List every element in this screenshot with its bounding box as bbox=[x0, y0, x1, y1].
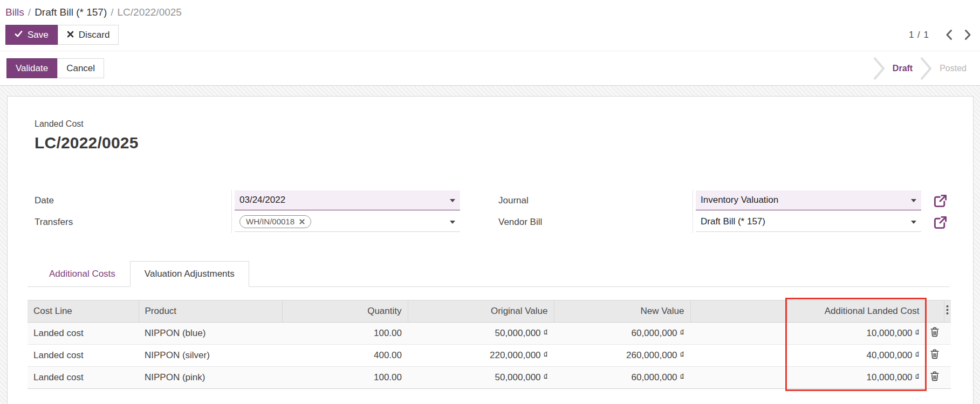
caret-down-icon bbox=[911, 221, 916, 224]
caret-down-icon bbox=[450, 199, 455, 202]
header-trash-spacer bbox=[926, 300, 944, 323]
cell-delete bbox=[926, 345, 944, 367]
discard-button-label: Discard bbox=[79, 30, 110, 40]
times-icon bbox=[67, 30, 74, 40]
date-value: 03/24/2022 bbox=[239, 195, 285, 206]
page-title: LC/2022/0025 bbox=[35, 134, 950, 152]
cell-additional-landed-cost[interactable]: 10,000,000 ₫ bbox=[787, 323, 926, 345]
form-sheet: Landed Cost LC/2022/0025 Date 03/24/2022… bbox=[7, 96, 974, 404]
header-empty bbox=[690, 300, 787, 323]
cell-product[interactable]: NIPPON (silver) bbox=[139, 345, 282, 367]
cell-cost-line[interactable]: Landed cost bbox=[28, 345, 139, 367]
cell-product[interactable]: NIPPON (pink) bbox=[139, 367, 282, 389]
check-icon bbox=[15, 30, 23, 40]
validate-button[interactable]: Validate bbox=[6, 58, 57, 78]
journal-field-cell: Inventory Valuation bbox=[693, 190, 921, 211]
breadcrumb-bills[interactable]: Bills bbox=[5, 6, 24, 18]
pager-counter: 1 / 1 bbox=[909, 30, 929, 40]
cell-cost-line[interactable]: Landed cost bbox=[28, 367, 139, 389]
optional-columns-toggle-button[interactable] bbox=[946, 305, 949, 315]
cell-quantity[interactable]: 400.00 bbox=[282, 345, 408, 367]
discard-button[interactable]: Discard bbox=[58, 25, 119, 45]
table-header-row: Cost Line Product Quantity Original Valu… bbox=[28, 300, 951, 323]
pager-previous-button[interactable] bbox=[945, 29, 952, 40]
cancel-button[interactable]: Cancel bbox=[57, 58, 104, 78]
transfer-tag-label: WH/IN/00018 bbox=[246, 217, 294, 226]
transfers-field-label: Transfers bbox=[28, 211, 231, 233]
external-link-icon bbox=[933, 202, 948, 210]
fields-area: Date 03/24/2022 Journal Inventory Valuat… bbox=[28, 190, 950, 233]
tab-valuation-adjustments[interactable]: Valuation Adjustments bbox=[130, 261, 249, 287]
statusbar-state-draft[interactable]: Draft bbox=[886, 64, 920, 73]
pager: 1 / 1 bbox=[909, 29, 974, 40]
cell-product[interactable]: NIPPON (blue) bbox=[139, 323, 282, 345]
save-button-label: Save bbox=[28, 30, 49, 40]
cell-quantity[interactable]: 100.00 bbox=[282, 367, 408, 389]
statusbar-state-posted[interactable]: Posted bbox=[933, 64, 974, 73]
header-original-value[interactable]: Original Value bbox=[408, 300, 554, 323]
cell-delete bbox=[926, 367, 944, 389]
cell-new-value[interactable]: 60,000,000 ₫ bbox=[554, 323, 690, 345]
journal-input[interactable]: Inventory Valuation bbox=[696, 190, 921, 210]
cell-original-value[interactable]: 50,000,000 ₫ bbox=[408, 323, 554, 345]
validate-button-label: Validate bbox=[16, 63, 48, 74]
chevron-left-icon bbox=[945, 34, 952, 42]
tag-remove-icon[interactable] bbox=[299, 219, 305, 224]
caret-down-icon bbox=[450, 221, 455, 224]
cell-additional-landed-cost[interactable]: 40,000,000 ₫ bbox=[787, 345, 926, 367]
statusbar-arrow-icon bbox=[920, 57, 933, 80]
cell-original-value[interactable]: 220,000,000 ₫ bbox=[408, 345, 554, 367]
cell-cost-line[interactable]: Landed cost bbox=[28, 323, 139, 345]
cell-quantity[interactable]: 100.00 bbox=[282, 323, 408, 345]
tab-additional-costs[interactable]: Additional Costs bbox=[35, 261, 130, 286]
cell-spacer bbox=[944, 345, 951, 367]
header-new-value[interactable]: New Value bbox=[554, 300, 690, 323]
cell-original-value[interactable]: 50,000,000 ₫ bbox=[408, 367, 554, 389]
transfers-field-cell: WH/IN/00018 bbox=[231, 211, 460, 233]
delete-row-button[interactable] bbox=[930, 349, 939, 359]
breadcrumb-separator: / bbox=[24, 6, 35, 18]
vendor-bill-external-link-button[interactable] bbox=[933, 215, 948, 230]
date-field-label: Date bbox=[28, 190, 231, 211]
journal-value: Inventory Valuation bbox=[701, 195, 778, 206]
pager-next-button[interactable] bbox=[964, 29, 971, 40]
vendor-bill-field-label: Vendor Bill bbox=[491, 211, 693, 233]
table-row: Landed cost NIPPON (silver) 400.00 220,0… bbox=[28, 345, 951, 367]
delete-row-button[interactable] bbox=[930, 371, 939, 381]
chevron-right-icon bbox=[964, 34, 971, 42]
fields-gap bbox=[460, 211, 491, 233]
date-input[interactable]: 03/24/2022 bbox=[235, 190, 460, 210]
breadcrumb-draft-bill[interactable]: Draft Bill (* 157) bbox=[35, 6, 107, 18]
breadcrumb-separator: / bbox=[107, 6, 117, 18]
cell-new-value[interactable]: 260,000,000 ₫ bbox=[554, 345, 690, 367]
header-cost-line[interactable]: Cost Line bbox=[28, 300, 139, 323]
model-label: Landed Cost bbox=[35, 119, 950, 129]
table-row: Landed cost NIPPON (pink) 100.00 50,000,… bbox=[28, 367, 951, 389]
trash-icon bbox=[930, 331, 939, 339]
vertical-dots-icon bbox=[946, 309, 949, 317]
status-bar: Validate Cancel Draft Posted bbox=[0, 51, 980, 86]
delete-row-button[interactable] bbox=[930, 327, 939, 337]
vendor-bill-field-cell: Draft Bill (* 157) bbox=[693, 211, 921, 233]
transfers-input[interactable]: WH/IN/00018 bbox=[235, 212, 460, 232]
cell-additional-landed-cost[interactable]: 10,000,000 ₫ bbox=[787, 367, 926, 389]
date-field-cell: 03/24/2022 bbox=[231, 190, 460, 211]
header-quantity[interactable]: Quantity bbox=[282, 300, 408, 323]
valuation-adjustments-table-wrap: Cost Line Product Quantity Original Valu… bbox=[28, 300, 951, 389]
save-button[interactable]: Save bbox=[5, 25, 58, 45]
vendor-bill-external-cell bbox=[921, 211, 951, 233]
trash-icon bbox=[930, 353, 939, 361]
cell-new-value[interactable]: 60,000,000 ₫ bbox=[554, 367, 690, 389]
statusbar-states: Draft Posted bbox=[873, 51, 980, 85]
cell-spacer bbox=[944, 323, 951, 345]
vendor-bill-input[interactable]: Draft Bill (* 157) bbox=[696, 212, 921, 232]
journal-external-cell bbox=[921, 190, 951, 211]
journal-external-link-button[interactable] bbox=[933, 194, 948, 208]
external-link-icon bbox=[933, 223, 948, 231]
caret-down-icon bbox=[911, 199, 916, 202]
breadcrumb-current: LC/2022/0025 bbox=[118, 6, 182, 18]
cell-empty bbox=[690, 323, 787, 345]
cell-empty bbox=[690, 367, 787, 389]
header-additional-landed-cost[interactable]: Additional Landed Cost bbox=[787, 300, 926, 323]
header-product[interactable]: Product bbox=[139, 300, 282, 323]
